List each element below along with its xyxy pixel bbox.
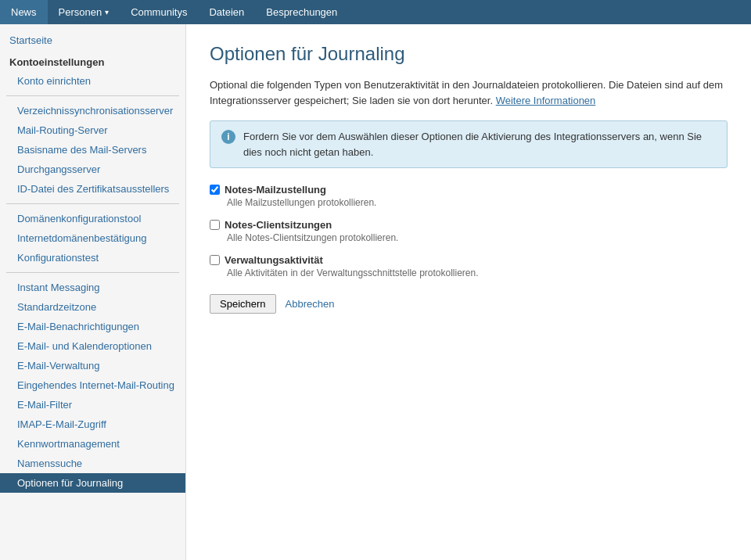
sidebar-item-durchgangsserver[interactable]: Durchgangsserver (0, 160, 185, 179)
sidebar: Startseite Kontoeinstellungen Konto einr… (0, 24, 186, 560)
nav-label-besprechungen: Besprechungen (266, 6, 337, 18)
nav-item-besprechungen[interactable]: Besprechungen (255, 0, 348, 24)
nav-label-dateien: Dateien (209, 6, 244, 18)
sidebar-item-email-benachrichtigungen[interactable]: E-Mail-Benachrichtigungen (0, 317, 185, 336)
checkbox-group: Notes-Mailzustellung Alle Mailzustellung… (210, 184, 728, 278)
sidebar-item-konfigurationstest[interactable]: Konfigurationstest (0, 248, 185, 267)
verwaltung-sublabel: Alle Aktivitäten in der Verwaltungsschni… (227, 267, 728, 278)
notes-client-sublabel: Alle Notes-Clientsitzungen protokolliere… (227, 232, 728, 243)
sidebar-item-email-verwaltung[interactable]: E-Mail-Verwaltung (0, 356, 185, 375)
top-navigation: News Personen ▾ Communitys Dateien Bespr… (0, 0, 751, 24)
nav-label-personen: Personen (59, 6, 102, 18)
notes-mail-label-text: Notes-Mailzustellung (225, 184, 326, 196)
sidebar-item-verzeichnissynchronisationsserver[interactable]: Verzeichnissynchronisationsserver (0, 101, 185, 120)
verwaltung-label-text: Verwaltungsaktivität (225, 254, 323, 266)
checkbox-item-notes-client: Notes-Clientsitzungen Alle Notes-Clients… (210, 219, 728, 243)
main-content: Optionen für Journaling Optional die fol… (186, 24, 751, 560)
sidebar-item-domaenenkonfigurationstool[interactable]: Domänenkonfigurationstool (0, 209, 185, 228)
sidebar-item-instant-messaging[interactable]: Instant Messaging (0, 278, 185, 297)
nav-item-communitys[interactable]: Communitys (120, 0, 198, 24)
info-box-text: Fordern Sie vor dem Auswählen dieser Opt… (243, 129, 716, 160)
checkbox-notes-mail[interactable] (210, 185, 220, 195)
checkbox-verwaltung-label[interactable]: Verwaltungsaktivität (210, 254, 728, 266)
more-info-link[interactable]: Weitere Informationen (496, 95, 596, 106)
notes-client-label-text: Notes-Clientsitzungen (225, 219, 332, 231)
sidebar-item-kennwortmanagement[interactable]: Kennwortmanagement (0, 434, 185, 454)
page-title: Optionen für Journaling (210, 43, 728, 65)
sidebar-item-id-datei[interactable]: ID-Datei des Zertifikatsausstellers (0, 179, 185, 199)
checkbox-item-verwaltung: Verwaltungsaktivität Alle Aktivitäten in… (210, 254, 728, 278)
chevron-down-icon: ▾ (105, 8, 109, 16)
sidebar-item-imap-email-zugriff[interactable]: IMAP-E-Mail-Zugriff (0, 415, 185, 434)
description-text: Optional die folgenden Typen von Benutze… (210, 79, 723, 106)
nav-label-news: News (11, 6, 37, 18)
nav-item-news[interactable]: News (0, 0, 48, 24)
checkbox-item-notes-mail: Notes-Mailzustellung Alle Mailzustellung… (210, 184, 728, 208)
sidebar-divider-1 (6, 95, 179, 96)
checkbox-notes-client-label[interactable]: Notes-Clientsitzungen (210, 219, 728, 231)
save-button[interactable]: Speichern (210, 294, 276, 314)
sidebar-section-kontoeinstellungen: Kontoeinstellungen (0, 50, 185, 71)
cancel-button[interactable]: Abbrechen (286, 298, 335, 310)
page-description: Optional die folgenden Typen von Benutze… (210, 77, 728, 108)
sidebar-item-mail-routing[interactable]: Mail-Routing-Server (0, 120, 185, 140)
sidebar-item-optionen-journaling[interactable]: Optionen für Journaling (0, 473, 185, 493)
sidebar-item-internetdomaenenbestaetigung[interactable]: Internetdomänenbestätigung (0, 228, 185, 248)
sidebar-divider-3 (6, 272, 179, 273)
sidebar-item-namenssuche[interactable]: Namenssuche (0, 454, 185, 473)
checkbox-notes-client[interactable] (210, 220, 220, 230)
main-layout: Startseite Kontoeinstellungen Konto einr… (0, 24, 751, 560)
checkbox-notes-mail-label[interactable]: Notes-Mailzustellung (210, 184, 728, 196)
checkbox-verwaltung[interactable] (210, 255, 220, 265)
button-row: Speichern Abbrechen (210, 294, 728, 314)
nav-label-communitys: Communitys (131, 6, 187, 18)
notes-mail-sublabel: Alle Mailzustellungen protokollieren. (227, 197, 728, 208)
nav-item-personen[interactable]: Personen ▾ (48, 0, 120, 24)
info-box: i Fordern Sie vor dem Auswählen dieser O… (210, 120, 728, 168)
sidebar-item-basisname[interactable]: Basisname des Mail-Servers (0, 140, 185, 160)
nav-item-dateien[interactable]: Dateien (198, 0, 255, 24)
sidebar-divider-2 (6, 203, 179, 204)
info-icon: i (221, 130, 235, 144)
sidebar-item-email-kalender[interactable]: E-Mail- und Kalenderoptionen (0, 336, 185, 356)
sidebar-item-standardzeitzone[interactable]: Standardzeitzone (0, 297, 185, 317)
sidebar-item-eingehendes-internet-mail[interactable]: Eingehendes Internet-Mail-Routing (0, 375, 185, 395)
sidebar-item-email-filter[interactable]: E-Mail-Filter (0, 395, 185, 415)
sidebar-item-konto-einrichten[interactable]: Konto einrichten (0, 71, 185, 91)
sidebar-item-startseite[interactable]: Startseite (0, 31, 185, 50)
